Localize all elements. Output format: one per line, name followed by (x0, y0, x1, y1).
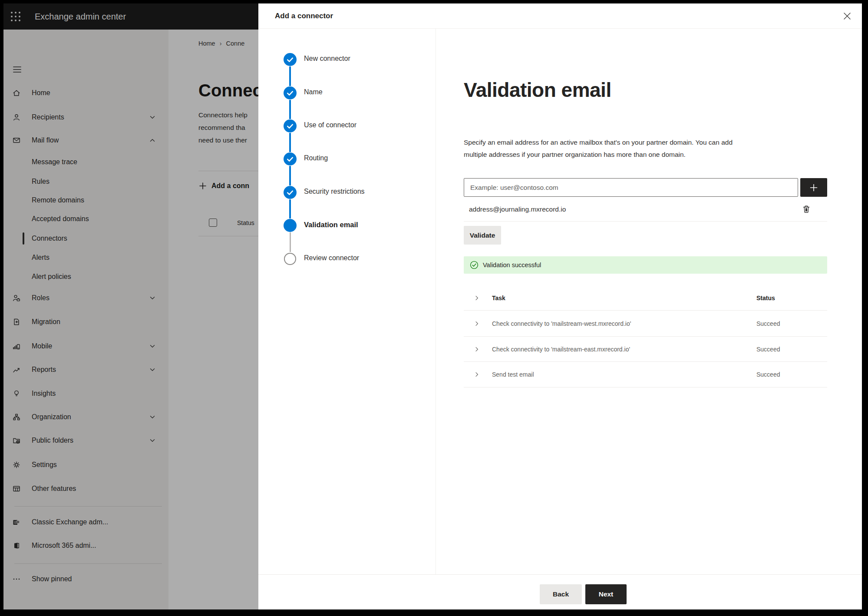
validation-success-banner: Validation successful (464, 256, 827, 274)
chevron-right-icon[interactable] (473, 320, 480, 327)
status-value: Succeed (756, 371, 780, 378)
validation-email-description: Specify an email address for an active m… (464, 136, 733, 161)
close-icon[interactable] (842, 11, 852, 21)
step-connector-line (289, 166, 291, 185)
add-email-button[interactable] (800, 178, 827, 197)
validation-tasks-table: Task Status Check connectivity to 'mails… (464, 286, 827, 387)
step-done-icon (284, 86, 297, 99)
step-connector-line (289, 199, 291, 219)
screenshot-frame: Exchange admin center Home Recipients Ma… (0, 0, 868, 616)
dialog-title: Add a connector (275, 3, 333, 29)
status-value: Succeed (756, 320, 780, 327)
task-column-header: Task (492, 295, 505, 301)
exchange-admin-app: Exchange admin center Home Recipients Ma… (3, 3, 862, 609)
table-row[interactable]: Check connectivity to 'mailstream-west.m… (464, 311, 827, 337)
table-row[interactable]: Send test email Succeed (464, 362, 827, 387)
step-done-icon (284, 152, 297, 166)
step-connector-line (289, 66, 291, 86)
step-done-icon (284, 53, 297, 66)
success-message: Validation successful (483, 256, 541, 274)
validation-email-heading: Validation email (464, 78, 611, 102)
dialog-footer: Back Next (258, 574, 862, 609)
step-connector-line (289, 100, 291, 119)
step-done-icon (284, 186, 297, 199)
validate-button[interactable]: Validate (464, 226, 501, 245)
step-todo-icon (284, 253, 296, 265)
email-address-input[interactable] (464, 178, 798, 197)
chevron-right-icon[interactable] (473, 371, 480, 378)
delete-email-icon[interactable] (801, 204, 812, 215)
add-connector-dialog: Add a connector New connector Name (258, 3, 862, 609)
email-address-row: address@journaling.mxrecord.io (464, 197, 827, 222)
step-connector-line (289, 133, 291, 152)
status-value: Succeed (756, 346, 780, 353)
table-row[interactable]: Check connectivity to 'mailstream-east.m… (464, 337, 827, 362)
status-column-header: Status (756, 295, 775, 301)
back-button[interactable]: Back (540, 584, 582, 604)
email-address-value: address@journaling.mxrecord.io (469, 197, 566, 222)
success-check-icon (470, 261, 479, 269)
wizard-panel-divider (436, 29, 436, 574)
plus-icon (809, 182, 819, 193)
step-current-icon (284, 219, 297, 232)
dialog-header: Add a connector (258, 3, 862, 29)
step-done-icon (284, 119, 297, 132)
chevron-right-icon[interactable] (473, 295, 480, 301)
step-connector-line (290, 232, 291, 252)
chevron-right-icon[interactable] (473, 346, 480, 353)
table-header-row: Task Status (464, 286, 827, 311)
next-button[interactable]: Next (585, 584, 627, 604)
